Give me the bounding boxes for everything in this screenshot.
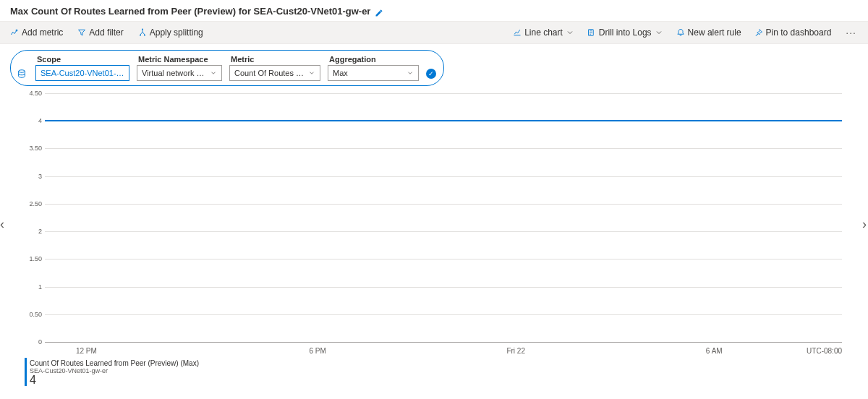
apply-splitting-button[interactable]: Apply splitting xyxy=(137,25,205,40)
gridline xyxy=(45,176,842,177)
alert-icon xyxy=(676,28,685,37)
chevron-down-icon xyxy=(655,28,663,37)
y-tick-label: 1.50 xyxy=(23,255,42,262)
legend-subtitle: SEA-Cust20-VNet01-gw-er xyxy=(30,367,848,374)
legend[interactable]: Count Of Routes Learned from Peer (Previ… xyxy=(25,358,848,386)
plot-area: 00.5011.5022.5033.5044.50 xyxy=(45,93,842,342)
filter-icon xyxy=(77,28,86,37)
check-icon[interactable]: ✓ xyxy=(426,69,436,79)
gridline xyxy=(45,287,842,288)
namespace-value: Virtual network gatewa… xyxy=(142,69,207,77)
metric-value: Count Of Routes Learne… xyxy=(234,69,305,77)
edit-icon[interactable] xyxy=(375,7,383,16)
namespace-select[interactable]: Virtual network gatewa… xyxy=(137,65,222,81)
drill-logs-label: Drill into Logs xyxy=(599,27,652,38)
line-chart-button[interactable]: Line chart xyxy=(511,25,576,40)
metric-query: Scope SEA-Cust20-VNet01-gw-er Metric Nam… xyxy=(10,50,444,86)
legend-value: 4 xyxy=(30,374,848,386)
y-tick-label: 1 xyxy=(23,283,42,291)
line-chart-label: Line chart xyxy=(524,27,563,38)
x-tick-label: 12 PM xyxy=(76,347,97,355)
x-tick-label: 6 PM xyxy=(309,347,326,355)
y-tick-label: 4 xyxy=(23,117,42,124)
gridline xyxy=(45,93,842,94)
apply-splitting-label: Apply splitting xyxy=(150,27,203,38)
toolbar: Add metric Add filter Apply splitting Li… xyxy=(0,21,868,44)
svg-point-1 xyxy=(144,35,145,36)
drill-into-logs-button[interactable]: Drill into Logs xyxy=(586,25,665,40)
add-filter-button[interactable]: Add filter xyxy=(76,25,124,40)
add-filter-label: Add filter xyxy=(89,27,123,38)
metric-select[interactable]: Count Of Routes Learne… xyxy=(229,65,320,81)
gridline xyxy=(45,342,842,343)
svg-point-2 xyxy=(142,29,143,30)
new-alert-rule-button[interactable]: New alert rule xyxy=(675,25,743,40)
add-metric-icon xyxy=(10,28,19,37)
add-metric-label: Add metric xyxy=(22,27,63,38)
chart: 00.5011.5022.5033.5044.50 UTC-08:00 12 P… xyxy=(20,90,846,358)
gridline xyxy=(45,231,842,232)
resource-icon xyxy=(17,69,27,79)
logs-icon xyxy=(587,28,596,37)
prev-arrow[interactable]: ‹ xyxy=(0,217,4,232)
data-series-line xyxy=(45,120,842,121)
chevron-down-icon xyxy=(566,28,574,37)
x-tick-label: 6 AM xyxy=(706,347,723,355)
next-arrow[interactable]: › xyxy=(862,217,867,232)
scope-label: Scope xyxy=(35,55,129,64)
gridline xyxy=(45,259,842,259)
y-tick-label: 0.50 xyxy=(23,311,42,318)
chevron-down-icon xyxy=(308,69,315,77)
aggregation-select[interactable]: Max xyxy=(328,65,419,81)
pin-to-dashboard-button[interactable]: Pin to dashboard xyxy=(753,25,833,40)
svg-point-0 xyxy=(140,35,141,36)
y-tick-label: 3 xyxy=(23,173,42,180)
y-tick-label: 0 xyxy=(23,338,42,346)
add-metric-button[interactable]: Add metric xyxy=(9,25,64,40)
namespace-label: Metric Namespace xyxy=(137,55,222,64)
y-tick-label: 2.50 xyxy=(23,200,42,207)
x-tick-label: Fri 22 xyxy=(506,347,525,355)
scope-select[interactable]: SEA-Cust20-VNet01-gw-er xyxy=(35,65,129,81)
pin-icon xyxy=(754,28,763,37)
chevron-down-icon xyxy=(210,69,217,77)
more-button[interactable]: ··· xyxy=(843,27,859,38)
scope-value: SEA-Cust20-VNet01-gw-er xyxy=(41,69,124,77)
timezone-label: UTC-08:00 xyxy=(807,347,842,355)
gridline xyxy=(45,314,842,315)
gridline xyxy=(45,204,842,205)
new-alert-label: New alert rule xyxy=(688,27,741,38)
gridline xyxy=(45,148,842,149)
chevron-down-icon xyxy=(407,69,414,77)
aggregation-label: Aggregation xyxy=(328,55,419,64)
aggregation-value: Max xyxy=(333,69,348,77)
pin-dash-label: Pin to dashboard xyxy=(766,27,832,38)
line-chart-icon xyxy=(513,28,522,37)
y-tick-label: 3.50 xyxy=(23,145,42,152)
metric-label: Metric xyxy=(229,55,320,64)
legend-title: Count Of Routes Learned from Peer (Previ… xyxy=(30,359,848,367)
split-icon xyxy=(138,28,147,37)
y-tick-label: 2 xyxy=(23,228,42,235)
y-tick-label: 4.50 xyxy=(23,90,42,97)
page-title: Max Count Of Routes Learned from Peer (P… xyxy=(10,6,370,17)
